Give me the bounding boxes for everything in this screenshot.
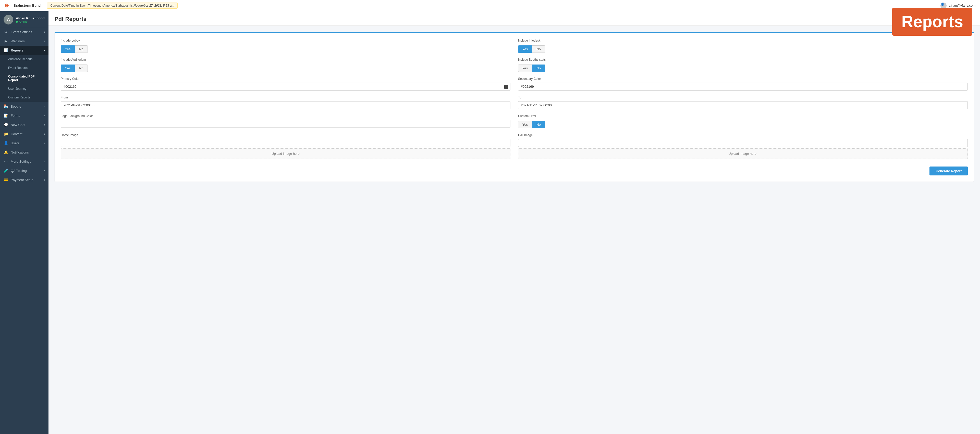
chevron-right-icon: ‹ xyxy=(44,40,45,43)
upload-home-image-area[interactable]: Upload image here xyxy=(61,149,511,159)
sidebar-item-forms[interactable]: 📝 Forms ‹ xyxy=(0,111,48,120)
form-row-6: Home Image Upload image here Hall Image … xyxy=(61,133,968,159)
home-image-input[interactable] xyxy=(61,139,511,147)
main-header: Pdf Reports xyxy=(48,11,980,26)
sidebar-item-booths[interactable]: 🏪 Booths ‹ xyxy=(0,102,48,111)
include-lobby-toggle: Yes No xyxy=(61,45,511,53)
sidebar-item-label: Consolidated PDF Report xyxy=(8,75,45,82)
main-content: Pdf Reports Include Lobby Yes No Include… xyxy=(48,11,980,434)
secondary-color-col: Secondary Color xyxy=(518,77,968,90)
chevron-right-icon: ‹ xyxy=(44,123,45,126)
from-col: From xyxy=(61,96,511,109)
sidebar-item-users[interactable]: 👤 Users ‹ xyxy=(0,138,48,147)
sidebar-item-more-settings[interactable]: ⋯ More Settings ‹ xyxy=(0,157,48,166)
sidebar-item-audience-reports[interactable]: Audience Reports xyxy=(0,55,48,63)
include-auditorium-label: Include Auditorium xyxy=(61,58,511,62)
sidebar-item-consolidated-pdf[interactable]: Consolidated PDF Report xyxy=(0,72,48,84)
include-auditorium-toggle: Yes No xyxy=(61,65,511,72)
chevron-right-icon: ‹ xyxy=(44,114,45,117)
color-picker-icon[interactable]: ⬛ xyxy=(504,85,508,89)
sidebar-item-event-reports[interactable]: Event Reports xyxy=(0,63,48,72)
sidebar-item-label: Payment Setup xyxy=(11,178,33,182)
upload-hall-image-area[interactable]: Upload image here. xyxy=(518,149,968,159)
include-booths-no-btn[interactable]: No xyxy=(532,65,545,72)
custom-html-col: Custom Html Yes No xyxy=(518,114,968,128)
event-settings-icon: ⚙ xyxy=(3,30,8,34)
form-actions: Generate Report xyxy=(61,164,968,176)
topbar-user[interactable]: 👤 afnan@vfairs.com xyxy=(940,3,975,9)
include-auditorium-no-btn[interactable]: No xyxy=(75,65,88,72)
sidebar-item-label: Webinars xyxy=(11,39,25,43)
sidebar-user-status: Online xyxy=(16,20,45,23)
include-auditorium-yes-btn[interactable]: Yes xyxy=(61,65,75,72)
status-dot-icon xyxy=(16,21,18,23)
form-row-3: Primary Color ⬛ Secondary Color xyxy=(61,77,968,90)
generate-report-button[interactable]: Generate Report xyxy=(929,166,968,176)
custom-html-yes-btn[interactable]: Yes xyxy=(518,121,532,128)
home-image-col: Home Image Upload image here xyxy=(61,133,511,159)
chevron-right-icon: ‹ xyxy=(44,105,45,108)
include-lobby-no-btn[interactable]: No xyxy=(75,45,88,53)
sidebar-item-custom-reports[interactable]: Custom Reports xyxy=(0,93,48,102)
sidebar-user-name: Afnan Khushnood xyxy=(16,16,45,20)
form-row-4: From To xyxy=(61,96,968,109)
sidebar-item-label: Audience Reports xyxy=(8,57,32,61)
chevron-down-icon: › xyxy=(44,49,45,52)
chevron-right-icon: ‹ xyxy=(44,169,45,172)
sidebar-item-qa-testing[interactable]: 🧪 QA Testing ‹ xyxy=(0,166,48,175)
sidebar-item-reports[interactable]: 📊 Reports › xyxy=(0,46,48,55)
chevron-right-icon: ‹ xyxy=(44,132,45,135)
include-booths-toggle: Yes No xyxy=(518,65,968,72)
include-lobby-yes-btn[interactable]: Yes xyxy=(61,45,75,53)
primary-color-col: Primary Color ⬛ xyxy=(61,77,511,90)
chevron-right-icon: ‹ xyxy=(44,141,45,144)
sidebar-item-label: Event Settings xyxy=(11,30,32,34)
sidebar-item-content[interactable]: 📁 Content ‹ xyxy=(0,129,48,138)
user-avatar-icon: 👤 xyxy=(940,3,947,9)
primary-color-input[interactable] xyxy=(61,82,511,90)
sidebar-item-user-journey[interactable]: User Journey xyxy=(0,84,48,93)
users-icon: 👤 xyxy=(3,141,8,145)
secondary-color-input[interactable] xyxy=(518,82,968,90)
from-input[interactable] xyxy=(61,101,511,109)
home-image-label: Home Image xyxy=(61,133,511,137)
booths-icon: 🏪 xyxy=(3,104,8,108)
include-infodesk-toggle: Yes No xyxy=(518,45,968,53)
include-infodesk-col: Include Infodesk Yes No xyxy=(518,39,968,53)
sidebar-item-payment-setup[interactable]: 💳 Payment Setup ‹ xyxy=(0,175,48,184)
reports-icon: 📊 xyxy=(3,48,8,52)
forms-icon: 📝 xyxy=(3,114,8,117)
include-infodesk-yes-btn[interactable]: Yes xyxy=(518,45,532,53)
sidebar-item-label: New Chat xyxy=(11,123,25,127)
sidebar-item-label: More Settings xyxy=(11,160,31,163)
include-auditorium-col: Include Auditorium Yes No xyxy=(61,58,511,72)
topbar-notice-datetime: November 17, 2021, 5:53 am xyxy=(134,4,174,7)
sidebar-item-label: Notifications xyxy=(11,150,29,154)
chevron-right-icon: ‹ xyxy=(44,178,45,181)
custom-html-toggle: Yes No xyxy=(518,121,968,128)
user-email: afnan@vfairs.com xyxy=(948,3,975,7)
primary-color-input-wrapper: ⬛ xyxy=(61,82,511,90)
more-settings-icon: ⋯ xyxy=(3,159,8,163)
secondary-color-label: Secondary Color xyxy=(518,77,968,81)
logo-bg-color-col: Logo Background Color xyxy=(61,114,511,128)
include-booths-yes-btn[interactable]: Yes xyxy=(518,65,532,72)
sidebar: A Afnan Khushnood Online ⚙ Event Setting… xyxy=(0,11,48,434)
to-input[interactable] xyxy=(518,101,968,109)
sidebar-item-event-settings[interactable]: ⚙ Event Settings ‹ xyxy=(0,27,48,36)
include-infodesk-no-btn[interactable]: No xyxy=(532,45,545,53)
topbar-notice: Current Date/Time in Event Timezone (Ame… xyxy=(47,3,178,9)
include-infodesk-label: Include Infodesk xyxy=(518,39,968,42)
sidebar-item-webinars[interactable]: ▶ Webinars ‹ xyxy=(0,36,48,46)
sidebar-item-label: QA Testing xyxy=(11,169,27,173)
logo-bg-color-input[interactable] xyxy=(61,120,511,128)
qa-testing-icon: 🧪 xyxy=(3,169,8,173)
hall-image-input[interactable] xyxy=(518,139,968,147)
custom-html-no-btn[interactable]: No xyxy=(532,121,545,128)
sidebar-item-new-chat[interactable]: 💬 New Chat ‹ xyxy=(0,120,48,129)
sidebar-item-notifications[interactable]: 🔔 Notifications xyxy=(0,147,48,157)
topbar: ❋ Brainstorm Bunch Current Date/Time in … xyxy=(0,0,980,11)
topbar-left: ❋ Brainstorm Bunch Current Date/Time in … xyxy=(5,3,178,9)
new-chat-icon: 💬 xyxy=(3,123,8,127)
sidebar-item-label: Booths xyxy=(11,105,21,108)
